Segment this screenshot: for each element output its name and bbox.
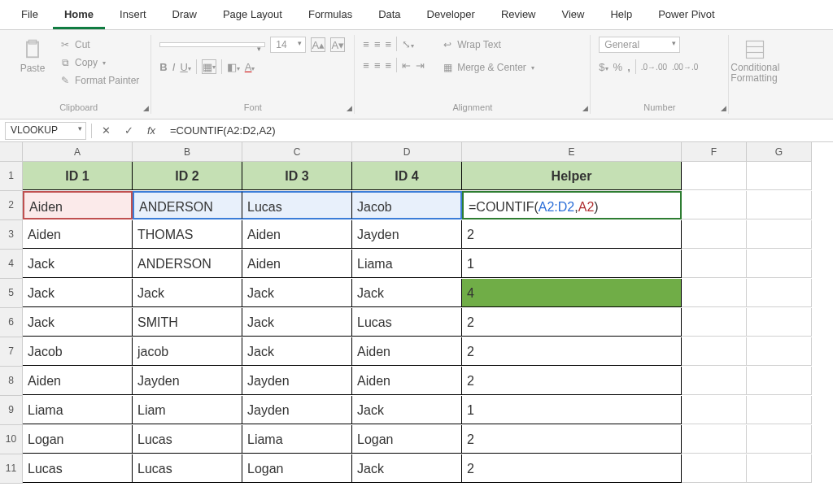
conditional-formatting-button[interactable]: Conditional Formatting bbox=[737, 37, 773, 85]
decrease-indent-button[interactable]: ⇤ bbox=[402, 59, 411, 72]
cell[interactable] bbox=[747, 454, 812, 483]
cut-button[interactable]: ✂Cut bbox=[55, 37, 142, 53]
cell[interactable]: 1 bbox=[462, 250, 682, 278]
active-cell[interactable]: =COUNTIF(A2:D2,A2) bbox=[462, 191, 682, 219]
select-all-corner[interactable] bbox=[0, 142, 23, 162]
align-middle-button[interactable]: ≡ bbox=[374, 38, 381, 50]
cell[interactable] bbox=[682, 337, 747, 366]
row-header[interactable]: 6 bbox=[0, 308, 23, 337]
font-name-select[interactable] bbox=[159, 42, 265, 47]
cell[interactable]: Jack bbox=[23, 279, 133, 307]
header-cell[interactable]: Helper bbox=[462, 162, 682, 190]
cell[interactable]: Lucas bbox=[352, 308, 462, 337]
row-header[interactable]: 4 bbox=[0, 250, 23, 279]
header-cell[interactable]: ID 1 bbox=[23, 162, 133, 190]
cell[interactable]: Lucas bbox=[133, 425, 242, 454]
wrap-text-button[interactable]: ↩Wrap Text bbox=[438, 37, 538, 53]
col-header-d[interactable]: D bbox=[352, 142, 462, 162]
cell[interactable]: Aiden bbox=[23, 367, 133, 395]
cell[interactable] bbox=[682, 425, 747, 454]
col-header-c[interactable]: C bbox=[242, 142, 352, 162]
confirm-formula-button[interactable]: ✓ bbox=[120, 124, 137, 137]
format-painter-button[interactable]: ✎Format Painter bbox=[55, 72, 142, 89]
cell[interactable] bbox=[747, 337, 812, 366]
row-header[interactable]: 5 bbox=[0, 279, 23, 308]
dialog-launcher-icon[interactable]: ◢ bbox=[143, 104, 149, 112]
cell[interactable]: Lucas bbox=[133, 454, 242, 483]
cell[interactable]: Liama bbox=[352, 250, 462, 278]
merge-center-button[interactable]: ▦Merge & Center▾ bbox=[438, 59, 538, 76]
dialog-launcher-icon[interactable]: ◢ bbox=[721, 104, 726, 112]
italic-button[interactable]: I bbox=[172, 61, 176, 73]
cell[interactable] bbox=[747, 308, 812, 337]
col-header-e[interactable]: E bbox=[462, 142, 682, 162]
cell[interactable]: Jack bbox=[242, 308, 352, 337]
header-cell[interactable]: ID 2 bbox=[133, 162, 242, 190]
name-box[interactable]: VLOOKUP bbox=[5, 122, 86, 140]
cell[interactable]: Logan bbox=[352, 425, 462, 454]
copy-button[interactable]: ⧉Copy▾ bbox=[55, 54, 142, 71]
cell[interactable]: Jack bbox=[242, 279, 352, 307]
cell[interactable]: Jayden bbox=[242, 367, 352, 395]
cell[interactable]: Jack bbox=[352, 396, 462, 424]
cell[interactable]: Jayden bbox=[133, 367, 242, 395]
cell[interactable]: 2 bbox=[462, 454, 682, 483]
tab-formulas[interactable]: Formulas bbox=[297, 3, 364, 29]
cell[interactable] bbox=[682, 191, 747, 219]
cell[interactable]: Jayden bbox=[352, 220, 462, 249]
col-header-f[interactable]: F bbox=[682, 142, 747, 162]
dialog-launcher-icon[interactable]: ◢ bbox=[582, 104, 588, 112]
cell[interactable] bbox=[747, 162, 812, 190]
tab-insert[interactable]: Insert bbox=[108, 3, 158, 29]
increase-indent-button[interactable]: ⇥ bbox=[416, 59, 425, 72]
cell[interactable] bbox=[682, 250, 747, 278]
row-header[interactable]: 1 bbox=[0, 162, 23, 191]
col-header-a[interactable]: A bbox=[23, 142, 133, 162]
cell[interactable]: Logan bbox=[23, 425, 133, 454]
tab-data[interactable]: Data bbox=[367, 3, 412, 29]
row-header[interactable]: 3 bbox=[0, 220, 23, 250]
cell[interactable]: Jacob bbox=[352, 191, 462, 219]
cell[interactable] bbox=[682, 396, 747, 424]
cell[interactable]: 2 bbox=[462, 308, 682, 337]
cell[interactable]: Jacob bbox=[23, 337, 133, 366]
cell[interactable]: THOMAS bbox=[133, 220, 242, 249]
cell[interactable] bbox=[747, 191, 812, 219]
decrease-font-button[interactable]: A▾ bbox=[330, 37, 345, 52]
cell[interactable]: 4 bbox=[462, 279, 682, 307]
row-header[interactable]: 11 bbox=[0, 454, 23, 484]
fill-color-button[interactable]: ◧▾ bbox=[227, 61, 240, 73]
tab-file[interactable]: File bbox=[10, 3, 50, 29]
decrease-decimal-button[interactable]: .00→.0 bbox=[672, 63, 698, 72]
row-header[interactable]: 9 bbox=[0, 396, 23, 425]
tab-power-pivot[interactable]: Power Pivot bbox=[647, 3, 726, 29]
cell[interactable]: 2 bbox=[462, 220, 682, 249]
comma-button[interactable]: , bbox=[627, 61, 630, 73]
cell[interactable]: Jack bbox=[23, 250, 133, 278]
borders-button[interactable]: ▦▾ bbox=[202, 59, 216, 74]
row-header[interactable]: 2 bbox=[0, 191, 23, 220]
cell[interactable]: Jack bbox=[133, 279, 242, 307]
cell[interactable]: Jack bbox=[242, 337, 352, 366]
cell[interactable]: Aiden bbox=[23, 220, 133, 249]
align-bottom-button[interactable]: ≡ bbox=[386, 38, 392, 50]
cell[interactable]: Jack bbox=[352, 279, 462, 307]
align-center-button[interactable]: ≡ bbox=[374, 59, 381, 72]
cell[interactable]: 1 bbox=[462, 396, 682, 424]
increase-decimal-button[interactable]: .0→.00 bbox=[641, 63, 667, 72]
cell[interactable] bbox=[747, 220, 812, 249]
header-cell[interactable]: ID 4 bbox=[352, 162, 462, 190]
cell[interactable] bbox=[682, 279, 747, 307]
row-header[interactable]: 8 bbox=[0, 367, 23, 396]
align-top-button[interactable]: ≡ bbox=[363, 38, 369, 50]
col-header-g[interactable]: G bbox=[747, 142, 812, 162]
cell[interactable]: Liama bbox=[242, 425, 352, 454]
row-header[interactable]: 10 bbox=[0, 425, 23, 454]
percent-button[interactable]: % bbox=[613, 61, 623, 73]
cell[interactable]: jacob bbox=[133, 337, 242, 366]
cell[interactable] bbox=[682, 162, 747, 190]
cell[interactable]: Lucas bbox=[242, 191, 352, 219]
align-right-button[interactable]: ≡ bbox=[386, 59, 392, 72]
cell[interactable]: Aiden bbox=[352, 337, 462, 366]
currency-button[interactable]: $▾ bbox=[599, 61, 608, 73]
